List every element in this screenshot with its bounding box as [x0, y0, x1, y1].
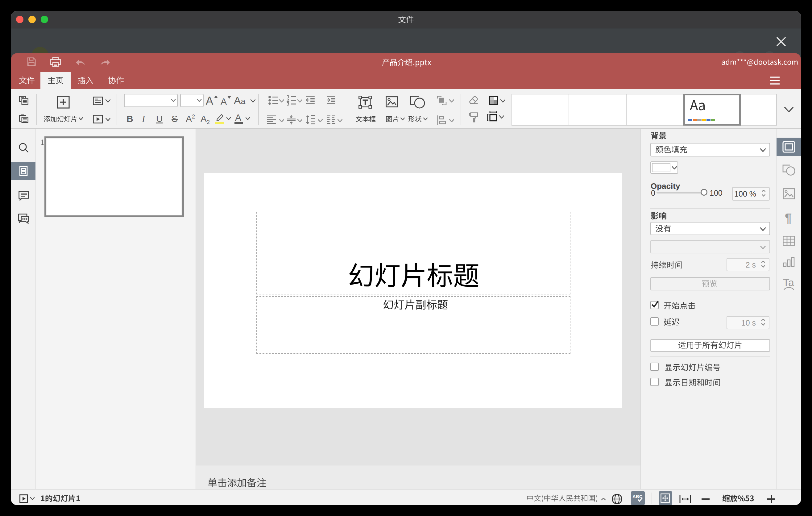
svg-text:ABC: ABC: [633, 494, 643, 499]
